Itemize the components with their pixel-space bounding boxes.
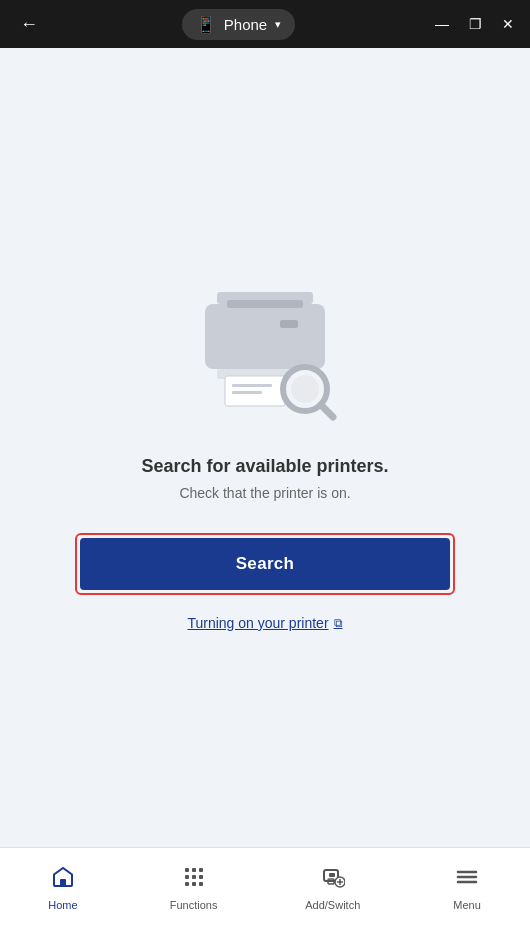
menu-icon <box>455 865 479 895</box>
svg-point-9 <box>291 375 319 403</box>
svg-rect-15 <box>185 875 189 879</box>
bottom-nav: Home Functions <box>0 847 530 927</box>
title-bar-left: ← <box>12 10 46 39</box>
nav-item-functions[interactable]: Functions <box>154 857 234 919</box>
svg-rect-1 <box>205 304 325 369</box>
device-selector[interactable]: 📱 Phone ▾ <box>182 9 295 40</box>
svg-rect-13 <box>192 868 196 872</box>
svg-rect-23 <box>329 873 335 877</box>
svg-rect-17 <box>199 875 203 879</box>
phone-icon: 📱 <box>196 15 216 34</box>
nav-item-add-switch[interactable]: Add/Switch <box>289 857 376 919</box>
nav-label-functions: Functions <box>170 899 218 911</box>
svg-rect-6 <box>232 384 272 387</box>
svg-rect-3 <box>280 320 298 328</box>
printer-link-label: Turning on your printer <box>187 615 328 631</box>
svg-rect-2 <box>227 300 303 308</box>
svg-rect-19 <box>192 882 196 886</box>
search-button-wrapper: Search <box>75 533 455 595</box>
search-headline: Search for available printers. <box>141 456 388 477</box>
window-controls: — ❐ ✕ <box>431 12 518 36</box>
svg-rect-7 <box>232 391 262 394</box>
svg-rect-11 <box>60 879 66 886</box>
nav-label-add-switch: Add/Switch <box>305 899 360 911</box>
add-switch-icon <box>321 865 345 895</box>
svg-rect-20 <box>199 882 203 886</box>
nav-item-home[interactable]: Home <box>28 857 98 919</box>
minimize-button[interactable]: — <box>431 12 453 36</box>
main-content: Search for available printers. Check tha… <box>0 48 530 847</box>
nav-label-menu: Menu <box>453 899 481 911</box>
device-label: Phone <box>224 16 267 33</box>
external-link-icon: ⧉ <box>334 616 343 630</box>
restore-button[interactable]: ❐ <box>465 12 486 36</box>
search-subtext: Check that the printer is on. <box>179 485 350 501</box>
chevron-down-icon: ▾ <box>275 18 281 31</box>
nav-label-home: Home <box>48 899 77 911</box>
search-button[interactable]: Search <box>80 538 450 590</box>
printer-help-link[interactable]: Turning on your printer ⧉ <box>187 615 342 631</box>
svg-rect-14 <box>199 868 203 872</box>
svg-rect-12 <box>185 868 189 872</box>
title-bar: ← 📱 Phone ▾ — ❐ ✕ <box>0 0 530 48</box>
back-button[interactable]: ← <box>12 10 46 39</box>
nav-item-menu[interactable]: Menu <box>432 857 502 919</box>
printer-illustration <box>175 264 355 424</box>
functions-icon <box>182 865 206 895</box>
close-button[interactable]: ✕ <box>498 12 518 36</box>
svg-rect-16 <box>192 875 196 879</box>
home-icon <box>51 865 75 895</box>
svg-rect-18 <box>185 882 189 886</box>
svg-line-10 <box>321 405 333 417</box>
